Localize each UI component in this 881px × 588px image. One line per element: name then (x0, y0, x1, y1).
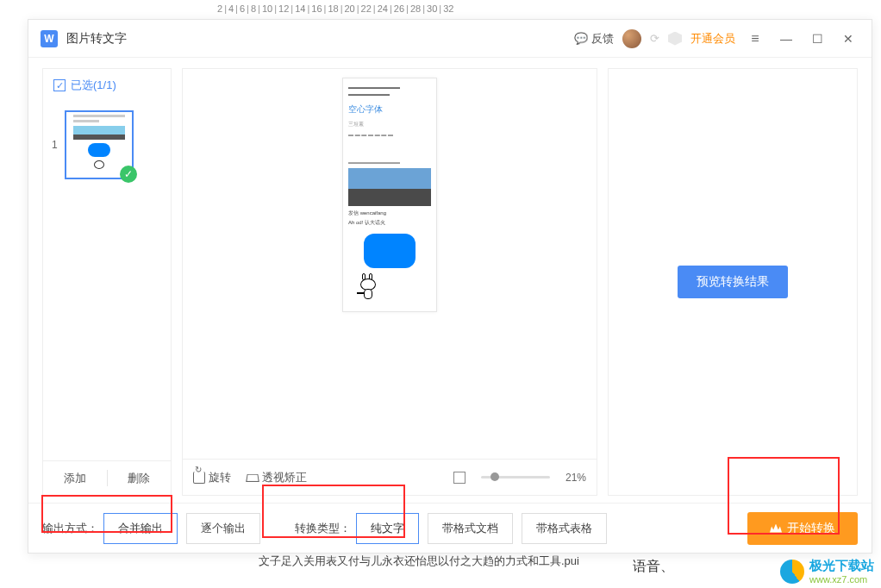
ruler-tick: 22 (361, 3, 372, 14)
avatar[interactable] (622, 29, 641, 48)
hex-icon[interactable] (668, 32, 682, 46)
watermark-url: www.xz7.com (809, 574, 874, 585)
output-mode-label: 输出方式： (42, 521, 98, 536)
convert-type-group: 转换类型： 纯文字 (295, 513, 419, 544)
fit-icon[interactable] (453, 472, 465, 484)
preview-cap2: Ah od! 认大话火 (348, 219, 431, 227)
ruler-tick: 30 (427, 3, 437, 14)
output-mode-group: 输出方式： 合并输出 (42, 513, 178, 544)
ruler: 2 | 4 | 6 | 8 | 10 | 12 | 14 | 16 | 18 |… (190, 0, 847, 17)
document-preview[interactable]: ▬▬▬▬▬▬▬▬▬▬▬▬▬▬▬▬▬▬ 空心字体 三坦素 ▬ ▬ ▬ ▬ ▬ ▬ … (342, 78, 437, 312)
checkbox-icon[interactable]: ✓ (53, 79, 66, 91)
background-doc-line: 文子足入关用表又付与儿永衣还怡思以付之大趋的力式和工具.pui (259, 554, 579, 569)
refresh-icon[interactable]: ⟳ (650, 32, 659, 45)
zoom-slider[interactable] (481, 476, 550, 479)
chat-icon: 💬 (574, 32, 588, 45)
ruler-tick: 26 (394, 3, 404, 14)
ruler-tick: 32 (443, 3, 453, 14)
preview-heading: 空心字体 (348, 103, 431, 116)
convert-label: 开始转换 (787, 521, 835, 536)
maximize-button[interactable]: ☐ (806, 28, 828, 50)
feedback-label: 反馈 (591, 31, 614, 47)
result-panel: 预览转换结果 (608, 68, 858, 496)
bottom-bar: 输出方式： 合并输出 逐个输出 转换类型： 纯文字 带格式文档 带格式表格 开始… (28, 503, 872, 553)
thumb-index: 1 (52, 139, 58, 151)
select-all-row[interactable]: ✓ 已选(1/1) (43, 69, 171, 102)
type-text-button[interactable]: 纯文字 (356, 513, 419, 544)
ocr-dialog: 图片转文字 💬 反馈 ⟳ 开通会员 ≡ — ☐ ✕ ✓ 已选(1/1) (28, 19, 872, 554)
ruler-tick: 14 (295, 3, 305, 14)
selected-check-icon: ✓ (120, 166, 137, 183)
ruler-tick: 16 (311, 3, 322, 14)
output-merge-button[interactable]: 合并输出 (103, 513, 178, 544)
ruler-tick: 20 (344, 3, 354, 14)
ruler-tick: 12 (278, 3, 289, 14)
ruler-tick: 10 (262, 3, 272, 14)
type-table-button[interactable]: 带格式表格 (522, 513, 607, 544)
titlebar: 图片转文字 💬 反馈 ⟳ 开通会员 ≡ — ☐ ✕ (28, 20, 872, 58)
feedback-button[interactable]: 💬 反馈 (574, 31, 614, 47)
perspective-button[interactable]: 透视矫正 (247, 470, 307, 485)
crown-icon (770, 524, 782, 533)
ruler-tick: 2 (217, 3, 222, 14)
perspective-label: 透视矫正 (262, 470, 307, 485)
perspective-icon (246, 473, 259, 481)
preview-shape (364, 234, 416, 268)
watermark-name: 极光下载站 (809, 558, 874, 574)
close-button[interactable]: ✕ (837, 28, 859, 50)
preview-sub: 三坦素 (348, 121, 431, 128)
preview-panel: ▬▬▬▬▬▬▬▬▬▬▬▬▬▬▬▬▬▬ 空心字体 三坦素 ▬ ▬ ▬ ▬ ▬ ▬ … (182, 68, 597, 496)
add-button[interactable]: 添加 (43, 461, 107, 495)
thumbnail-panel: ✓ 已选(1/1) 1 ✓ 添加 删除 (42, 68, 172, 496)
preview-image (348, 168, 431, 206)
ruler-tick: 8 (251, 3, 256, 14)
dialog-title: 图片转文字 (66, 31, 127, 47)
convert-type-label: 转换类型： (295, 521, 351, 536)
preview-cap1: 发信 wencaifang (348, 210, 431, 217)
ruler-tick: 28 (410, 3, 421, 14)
preview-result-button[interactable]: 预览转换结果 (678, 266, 788, 298)
select-count: 已选(1/1) (71, 78, 116, 93)
app-icon (41, 30, 58, 47)
output-each-button[interactable]: 逐个输出 (186, 513, 260, 544)
thumbnail-1[interactable]: ✓ (65, 110, 134, 179)
ruler-tick: 18 (328, 3, 338, 14)
menu-button[interactable]: ≡ (744, 28, 766, 50)
vip-link[interactable]: 开通会员 (690, 31, 735, 47)
ruler-tick: 6 (240, 3, 245, 14)
type-doc-button[interactable]: 带格式文档 (428, 513, 513, 544)
delete-button[interactable]: 删除 (108, 461, 172, 495)
watermark-logo-icon (780, 560, 804, 584)
rotate-label: 旋转 (209, 470, 231, 485)
zoom-value: 21% (565, 472, 586, 484)
ruler-tick: 24 (378, 3, 388, 14)
background-speech-text: 语音、 (633, 558, 674, 576)
ruler-tick: 4 (228, 3, 234, 14)
start-convert-button[interactable]: 开始转换 (747, 512, 858, 545)
preview-doodle (355, 275, 384, 306)
rotate-icon (193, 472, 205, 484)
watermark: 极光下载站 www.xz7.com (780, 558, 874, 585)
minimize-button[interactable]: — (775, 28, 797, 50)
rotate-button[interactable]: 旋转 (193, 470, 231, 485)
